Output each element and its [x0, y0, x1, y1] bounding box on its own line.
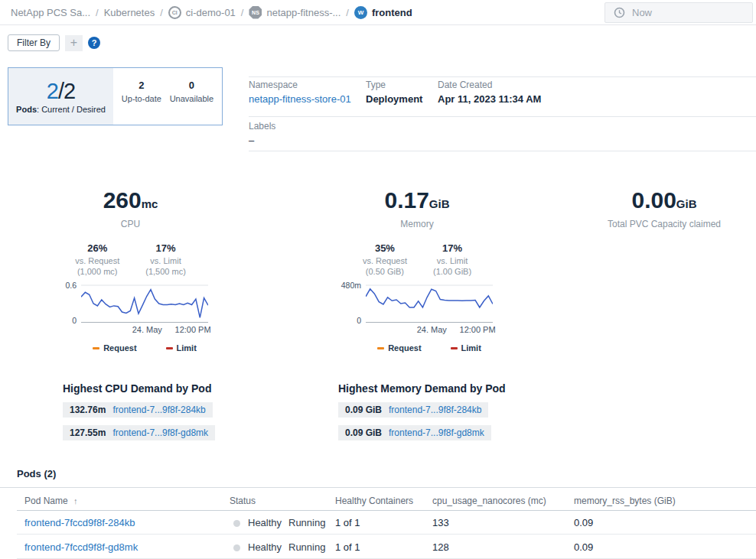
request-legend-swatch	[377, 347, 384, 349]
pods-summary-card: 2/2 Pods: Current / Desired 2 Up-to-date…	[8, 67, 223, 125]
cpu-demand-row: 132.76m frontend-7...9f8f-284kb	[63, 402, 213, 418]
memory-demand-pod-link[interactable]: frontend-7...9f8f-284kb	[389, 405, 481, 415]
help-icon[interactable]: ?	[88, 37, 100, 49]
column-header-pod-name[interactable]: Pod Name ↑	[24, 496, 78, 506]
cpu-vs-request: 26% vs. Request (1,000 mc)	[75, 243, 119, 277]
breadcrumb-item-workload[interactable]: W frontend	[354, 6, 412, 19]
cpu-limit-sub: (1,500 mc)	[145, 266, 186, 277]
labels-label: Labels	[249, 121, 275, 132]
memory-demand-value: 0.09 GiB	[345, 405, 382, 415]
memory-demand-row: 0.09 GiB frontend-7...9f8f-284kb	[338, 402, 488, 418]
pod-name-link[interactable]: frontend-7fccd9f8f-284kb	[24, 517, 135, 528]
healthy-containers-value: 1 of 1	[335, 541, 360, 553]
pod-phase: Running	[288, 517, 325, 528]
memory-chart-xlabels: 24. May 12:00 PM	[366, 325, 493, 336]
sort-ascending-icon: ↑	[73, 496, 78, 505]
pod-phase: Running	[288, 541, 325, 553]
cpu-label: CPU	[44, 219, 217, 229]
column-header-status[interactable]: Status	[230, 496, 256, 506]
cluster-icon: CI	[168, 6, 181, 19]
cpu-limit-label: vs. Limit	[145, 255, 186, 266]
request-legend-label: Request	[103, 343, 136, 353]
breadcrumb-item-cluster[interactable]: CI ci-demo-01	[168, 6, 236, 19]
up-to-date-label: Up-to-date	[122, 94, 161, 103]
app-root: NetApp PCS Sa... / Kubernetes / CI ci-de…	[0, 0, 756, 559]
pods-current-value: 2	[47, 79, 58, 103]
breadcrumb-namespace-label: netapp-fitness-...	[266, 7, 341, 18]
cpu-demand-pod-link[interactable]: frontend-7...9f8f-284kb	[112, 405, 205, 415]
time-range-label: Now	[632, 7, 652, 18]
details-divider-top	[249, 76, 756, 77]
filter-bar: Filter By + ?	[8, 34, 100, 51]
breadcrumb-item-tenant[interactable]: NetApp PCS Sa...	[11, 7, 90, 18]
pods-table-title: Pods (2)	[17, 468, 56, 479]
breadcrumb-item-namespace[interactable]: NS netapp-fitness-...	[249, 6, 341, 19]
healthy-containers-value: 1 of 1	[335, 517, 360, 528]
breadcrumb-separator: /	[346, 7, 349, 18]
memory-unit: GiB	[429, 197, 450, 210]
cpu-usage-value: 133	[432, 517, 449, 528]
breadcrumb-cluster-label: ci-demo-01	[186, 7, 236, 18]
type-label: Type	[366, 80, 422, 90]
memory-chart-xtick-time: 12:00 PM	[460, 325, 496, 334]
memory-demand-pod-link[interactable]: frontend-7...9f8f-gd8mk	[389, 427, 484, 438]
highest-memory-demand-title: Highest Memory Demand by Pod	[338, 382, 506, 395]
status-dot-icon	[233, 520, 240, 527]
cpu-chart-legend: Request Limit	[81, 343, 208, 353]
cpu-sparkline	[81, 284, 208, 323]
breadcrumb-item-kubernetes[interactable]: Kubernetes	[104, 7, 155, 18]
namespace-detail: Namespace netapp-fitness-store-01	[249, 80, 351, 105]
memory-legend-request: Request	[377, 343, 421, 353]
memory-legend-limit: Limit	[451, 343, 481, 353]
limit-legend-label: Limit	[177, 343, 197, 353]
limit-legend-swatch	[166, 347, 173, 349]
unavailable-value: 0	[170, 80, 213, 91]
pvc-value: 0.00GiB	[574, 188, 754, 216]
cpu-number: 260	[103, 187, 142, 213]
details-divider-bottom	[249, 151, 756, 151]
breadcrumb-separator: /	[96, 7, 99, 18]
cpu-request-sub: (1,000 mc)	[75, 266, 119, 277]
cpu-demand-row: 127.55m frontend-7...9f8f-gd8mk	[63, 425, 215, 440]
pvc-number: 0.00	[631, 187, 676, 213]
cpu-demand-pod-link[interactable]: frontend-7...9f8f-gd8mk	[112, 427, 208, 438]
pods-desired-value: 2	[64, 79, 75, 103]
pvc-metric: 0.00GiB Total PVC Capacity claimed	[574, 188, 754, 229]
breadcrumb-separator: /	[160, 7, 163, 18]
clock-icon	[614, 7, 625, 18]
breadcrumb-separator: /	[241, 7, 244, 18]
cpu-metric: 260mc CPU	[44, 188, 217, 229]
date-created-value: Apr 11, 2023 11:34 AM	[438, 93, 541, 105]
time-range-selector[interactable]: Now	[604, 2, 753, 23]
details-divider-middle	[249, 116, 756, 117]
pods-table-top-divider	[0, 487, 756, 488]
filter-by-button[interactable]: Filter By	[8, 34, 60, 51]
namespace-icon: NS	[249, 6, 262, 19]
pods-current-desired: 2/2 Pods: Current / Desired	[8, 68, 113, 125]
memory-chart-ytick-zero: 0	[338, 316, 361, 325]
column-header-memory-rss[interactable]: memory_rss_bytes (GiB)	[574, 496, 676, 506]
cpu-legend-request: Request	[93, 343, 136, 353]
column-header-cpu-usage[interactable]: cpu_usage_nanocores (mc)	[432, 496, 546, 506]
pod-name-link[interactable]: frontend-7fccd9f8f-gd8mk	[24, 541, 138, 553]
memory-chart-ytick-max: 480m	[338, 281, 361, 290]
table-row: frontend-7fccd9f8f-284kb Healthy Running…	[17, 511, 756, 535]
pod-health-status: Healthy	[248, 541, 282, 553]
memory-substats: 35% vs. Request (0.50 GiB) 17% vs. Limit…	[329, 243, 505, 277]
cpu-usage-value: 128	[432, 541, 449, 553]
namespace-link[interactable]: netapp-fitness-store-01	[249, 93, 351, 105]
pods-caption-bold: Pods	[16, 105, 37, 114]
unavailable-stat: 0 Unavailable	[170, 80, 213, 125]
highest-memory-demand-section: Highest Memory Demand by Pod 0.09 GiB fr…	[338, 382, 506, 440]
cpu-vs-limit: 17% vs. Limit (1,500 mc)	[145, 243, 186, 277]
pvc-unit: GiB	[676, 197, 697, 210]
cpu-chart-ytick-max: 0.6	[54, 281, 77, 290]
add-filter-button[interactable]: +	[65, 35, 83, 51]
date-created-label: Date Created	[438, 80, 541, 90]
column-header-healthy-containers[interactable]: Healthy Containers	[335, 496, 413, 506]
highest-cpu-demand-section: Highest CPU Demand by Pod 132.76m fronte…	[63, 382, 215, 440]
memory-rss-value: 0.09	[574, 541, 593, 553]
pods-caption-rest: : Current / Desired	[37, 105, 106, 114]
request-legend-swatch	[93, 347, 99, 349]
type-value: Deployment	[366, 93, 422, 105]
